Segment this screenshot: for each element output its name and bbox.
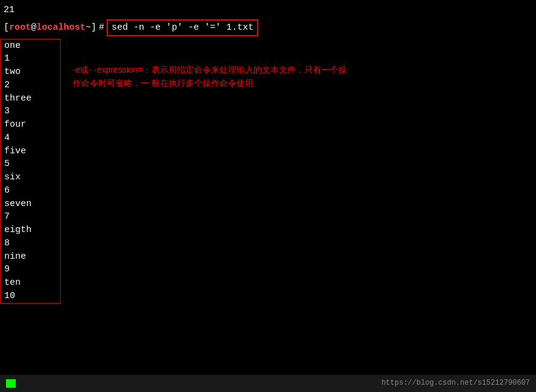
prompt-host: localhost <box>36 21 85 35</box>
list-item: two <box>4 65 60 79</box>
top-number: 21 <box>4 5 15 15</box>
explanation-line2: 作命令时可省略，一 般在执行多个操作命令使用 <box>73 78 253 88</box>
output-right-panel: -e或- -expression=：表示用指定命令来处理输入的文本文件，只有一个… <box>61 39 536 304</box>
terminal-window: 21 [ root @ localhost ~ ] # sed -n -e 'p… <box>0 0 536 392</box>
prompt-line: [ root @ localhost ~ ] # sed -n -e 'p' -… <box>0 18 536 38</box>
list-item: nine <box>4 250 60 264</box>
list-item: 6 <box>4 184 60 198</box>
list-item: 9 <box>4 263 60 276</box>
bottom-url: https://blog.csdn.net/s15212790607 <box>381 378 530 388</box>
bracket-open: [ <box>4 21 9 35</box>
green-indicator <box>6 379 16 388</box>
explanation-text: -e或- -expression=：表示用指定命令来处理输入的文本文件，只有一个… <box>73 63 536 90</box>
list-item: 2 <box>4 79 60 92</box>
list-item: three <box>4 92 60 105</box>
output-section: one1two2three3four4five5six6seven7eigth8… <box>0 38 536 305</box>
list-item: eigth <box>4 224 60 237</box>
prompt-user: root <box>9 21 31 35</box>
list-item: 5 <box>4 158 60 171</box>
list-item: 4 <box>4 131 60 145</box>
explanation-line1: -e或- -expression=：表示用指定命令来处理输入的文本文件，只有一个… <box>73 65 347 75</box>
list-item: 8 <box>4 237 60 250</box>
bottom-icons <box>6 379 16 388</box>
list-item: four <box>4 118 60 131</box>
list-item: 10 <box>4 290 60 303</box>
list-item: one <box>4 39 60 53</box>
bracket-close: ] <box>91 21 96 35</box>
output-left-panel: one1two2three3four4five5six6seven7eigth8… <box>0 39 61 304</box>
bottom-bar: https://blog.csdn.net/s15212790607 <box>0 375 536 392</box>
list-item: five <box>4 145 60 158</box>
list-item: ten <box>4 276 60 290</box>
prompt-hash: # <box>99 21 104 35</box>
top-line: 21 <box>0 2 536 18</box>
command-input[interactable]: sed -n -e 'p' -e '=' 1.txt <box>107 19 258 36</box>
list-item: six <box>4 171 60 184</box>
prompt-path: ~ <box>85 21 91 35</box>
list-item: 7 <box>4 210 60 224</box>
prompt-at: @ <box>31 21 36 35</box>
list-item: 1 <box>4 52 60 65</box>
list-item: 3 <box>4 105 60 118</box>
list-item: seven <box>4 198 60 211</box>
